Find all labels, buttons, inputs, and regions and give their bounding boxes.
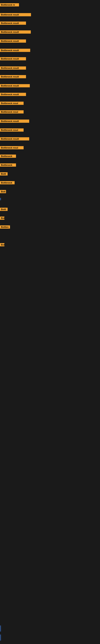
- bottleneck-badge-row: Bottleneck result: [0, 30, 31, 34]
- vertical-line: [0, 626, 1, 632]
- bottleneck-badge-row: Bottleneck: [0, 154, 16, 158]
- bottleneck-badge: Bott: [0, 190, 6, 193]
- bottleneck-badge-row: Bottleneck result: [0, 93, 26, 96]
- bottleneck-badge: Bottleneck: [0, 154, 16, 158]
- bottleneck-badge: Bottleneck result: [0, 137, 29, 140]
- bottleneck-badge-row: Bottleneck: [0, 181, 15, 184]
- bottleneck-badge-row: Bottleneck result: [0, 137, 29, 140]
- bottleneck-badge: Bottleneck result: [0, 84, 30, 87]
- bottleneck-badge: Bottleneck result: [0, 93, 26, 96]
- bottleneck-badge: Bot: [0, 216, 4, 220]
- bottleneck-badge: Bottleneck result: [0, 75, 26, 78]
- bottleneck-badge: Bottleneck: [0, 181, 15, 184]
- bottleneck-badge: Bottl: [0, 172, 8, 176]
- bottleneck-badge-row: Bottleneck resul: [0, 146, 24, 149]
- bottleneck-badge: Bottl: [0, 208, 8, 211]
- bottleneck-badge: Bottleneck resul: [0, 110, 24, 114]
- bottleneck-badge-row: Bottleneck result: [0, 84, 30, 87]
- bottleneck-badge: Bottleneck: [0, 164, 16, 167]
- bottleneck-badge: Bottleneck result: [0, 40, 26, 43]
- bottleneck-badge-row: Bottleneck result: [0, 49, 30, 52]
- bottleneck-badge: Bottleneck result: [0, 22, 26, 25]
- bottleneck-badge-row: Bottleneck resul: [0, 128, 24, 132]
- vertical-line: [0, 198, 1, 200]
- bottleneck-badge-row: Bottleneck resul: [0, 102, 24, 105]
- bottleneck-badge: Bottleneck result: [0, 66, 26, 70]
- bottleneck-badge-row: Bottleneck result: [0, 120, 29, 123]
- bottleneck-badge-row: Bottleneck result: [0, 13, 31, 16]
- bottleneck-badge: Bot: [0, 243, 4, 246]
- bottleneck-badge-row: Bottlen: [0, 226, 10, 228]
- bottleneck-badge-row: Bott: [0, 190, 6, 193]
- bottleneck-badge: Bottleneck result: [0, 120, 29, 123]
- bottleneck-badge: Bottleneck result: [0, 13, 31, 16]
- bottleneck-badge-row: Bottleneck result: [0, 57, 26, 60]
- bottleneck-badge-row: Bottleneck result: [0, 22, 26, 25]
- bottleneck-badge-row: Bottleneck result: [0, 66, 26, 70]
- bottleneck-badge-row: Bottl: [0, 208, 8, 211]
- vertical-line: [0, 634, 1, 640]
- bottleneck-badge: Bottleneck result: [0, 30, 31, 34]
- bottleneck-badge: Bottlen: [0, 226, 10, 228]
- bottleneck-badge: Bottleneck result: [0, 49, 30, 52]
- site-title: [0, 0, 100, 2]
- bottleneck-badge: Bottleneck result: [0, 57, 26, 60]
- bottleneck-badge: Bottleneck re: [0, 3, 19, 6]
- bottleneck-badge: Bottleneck resul: [0, 128, 24, 132]
- bottleneck-badge-row: Bottleneck: [0, 164, 16, 167]
- bottleneck-badge-row: Bottl: [0, 172, 8, 176]
- bottleneck-badge-row: Bot: [0, 243, 4, 246]
- bottleneck-badge-row: Bot: [0, 216, 4, 220]
- bottleneck-badge-row: Bottleneck result: [0, 75, 26, 78]
- bottleneck-badge-row: Bottleneck re: [0, 3, 19, 6]
- bottleneck-badge: Bottleneck resul: [0, 146, 24, 149]
- bottleneck-badge: Bottleneck resul: [0, 102, 24, 105]
- bottleneck-badge-row: Bottleneck resul: [0, 110, 24, 114]
- bottleneck-badge-row: Bottleneck result: [0, 40, 26, 43]
